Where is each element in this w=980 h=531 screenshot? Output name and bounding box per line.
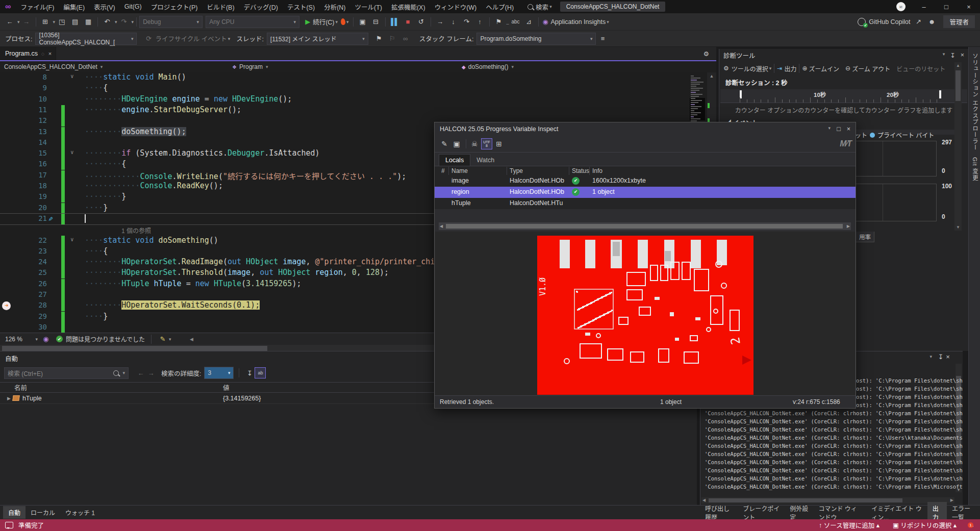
output-line[interactable]: 'ConsoleAppCS_HALCON_DotNet.exe' (CoreCL… — [705, 410, 963, 416]
breadcrumb-project[interactable]: ConsoleAppCS_HALCON_DotNet — [4, 63, 97, 70]
fold-chevron-icon[interactable]: ∨ — [70, 73, 74, 80]
close-button[interactable]: × — [958, 0, 980, 13]
output-line[interactable]: 'ConsoleAppCS_HALCON_DotNet.exe' (CoreCL… — [705, 459, 963, 465]
search-prev-icon[interactable]: ← — [136, 368, 146, 378]
save-icon[interactable]: ▤ — [68, 16, 82, 28]
restart-icon[interactable]: ↺ — [415, 16, 428, 28]
variable-row-image[interactable]: imageHalconDotNet.HOb✔1600x1200x1xbyte — [435, 175, 856, 187]
close-icon[interactable]: × — [944, 351, 951, 362]
hot-reload-button[interactable]: ▾ — [339, 16, 350, 28]
output-line[interactable]: 'ConsoleAppCS_HALCON_DotNet.exe' (CoreCL… — [705, 451, 963, 457]
output-button[interactable]: 出力 — [784, 64, 796, 73]
thread-dropdown[interactable]: [11532] メイン スレッド▾ — [267, 33, 368, 45]
step-over-icon[interactable]: ↓ — [447, 16, 460, 28]
open-folder-icon[interactable]: ◳ — [55, 16, 68, 28]
variable-row-hTuple[interactable]: hTupleHalconDotNet.HTu — [435, 198, 856, 209]
menu-item[interactable]: ビルド(B) — [202, 0, 239, 13]
output-line[interactable]: 'ConsoleAppCS_HALCON_DotNet.exe' (CoreCL… — [705, 443, 963, 449]
editor-options-gear-icon[interactable]: ⚙ — [703, 50, 709, 58]
continue-button[interactable]: ▶ 続行(C) ▾ — [304, 16, 339, 28]
zoom-dropdown[interactable]: 126 %▾ — [2, 335, 41, 344]
col-value[interactable]: 値 — [223, 383, 230, 392]
platform-dropdown[interactable]: Any CPU▾ — [206, 16, 299, 28]
attach-pen-icon[interactable]: ✎ — [439, 138, 450, 149]
code-line[interactable]: 9····{ — [0, 83, 690, 94]
process-dropdown[interactable]: [10356] ConsoleAppCS_HALCON_[▾ — [35, 33, 137, 45]
output-line[interactable]: 'ConsoleAppCS_HALCON_DotNet.exe' (CoreCL… — [705, 484, 963, 490]
halcon-title-bar[interactable]: HALCON 25.05 Progress Variable Inspect ▾… — [435, 122, 856, 136]
autos-search-input[interactable]: 検索 (Ctrl+E) ▾ — [4, 367, 129, 379]
diagnostics-scrollbar[interactable]: ▲ ▼ — [954, 62, 962, 231]
nav-forward-icon[interactable]: → — [20, 16, 33, 28]
column-header[interactable]: Type — [510, 167, 523, 174]
halcon-tab-watch[interactable]: Watch — [470, 155, 500, 166]
menu-item[interactable]: Git(G) — [120, 0, 146, 13]
pause-icon[interactable]: ▌▌ — [388, 16, 401, 28]
output-line[interactable]: 'ConsoleAppCS_HALCON_DotNet.exe' (CoreCL… — [705, 435, 963, 441]
flag-icon[interactable]: ⚑ — [372, 33, 386, 45]
fold-chevron-icon[interactable]: ∨ — [70, 149, 74, 156]
nav-back-icon[interactable]: ← — [3, 16, 16, 28]
output-line[interactable]: 'ConsoleAppCS_HALCON_DotNet.exe' (CoreCL… — [705, 467, 963, 473]
menu-item[interactable]: 分析(N) — [319, 0, 350, 13]
reset-view-button[interactable]: ビューのリセット — [896, 64, 945, 73]
scroll-left-icon[interactable]: ◀ — [440, 224, 443, 229]
feedback-person-icon[interactable]: ☻ — [925, 16, 938, 28]
cursor-icon[interactable]: ⊿ — [522, 16, 536, 28]
breadcrumb-type[interactable]: Program — [239, 63, 263, 70]
smart-inspect-icon[interactable]: ☠ — [469, 138, 480, 149]
pin-icon[interactable]: ↧ — [950, 52, 955, 59]
add-to-source-control-button[interactable]: ↑ ソース管理に追加 ▴ — [819, 520, 880, 530]
zoom-in-button[interactable]: ズームイン — [809, 64, 839, 73]
tab-git-changes[interactable]: Git 変更 — [971, 157, 979, 181]
breakpoint-window-icon[interactable]: ⊟ — [369, 16, 383, 28]
halcon-horizontal-scrollbar[interactable]: ◀ ▶ — [439, 222, 851, 230]
intellicode-icon[interactable]: ◉ — [41, 334, 51, 344]
step-into-icon[interactable]: → — [434, 16, 447, 28]
select-repository-button[interactable]: ▣ リポジトリの選択 ▴ — [893, 520, 957, 530]
tab-ウォッチ 1[interactable]: ウォッチ 1 — [60, 506, 100, 519]
expand-icon[interactable]: ▶ — [7, 396, 11, 401]
col-name[interactable]: 名前 — [14, 383, 27, 392]
code-cleanup-icon[interactable]: ✎ — [158, 334, 168, 344]
column-header[interactable]: # — [441, 167, 445, 174]
undo-icon[interactable]: ↶ — [100, 16, 114, 28]
export-image-icon[interactable]: ▣ — [451, 138, 462, 149]
pin-icon[interactable]: ↧ — [244, 368, 255, 378]
maximize-icon[interactable]: □ — [837, 125, 841, 133]
account-avatar[interactable]: kt — [896, 2, 906, 11]
timeline-ruler[interactable]: 10秒 20秒 — [720, 89, 967, 103]
tab-ローカル[interactable]: ローカル — [26, 506, 60, 519]
tab-solution-explorer[interactable]: ソリューション エクスプローラー — [971, 53, 979, 151]
solution-config-dropdown[interactable]: Debug▾ — [139, 16, 203, 28]
stop-icon[interactable]: ■ — [401, 16, 415, 28]
scroll-up-icon[interactable]: ▲ — [956, 63, 960, 68]
spell-check-icon[interactable]: abc — [509, 16, 522, 28]
menu-item[interactable]: 拡張機能(X) — [387, 0, 430, 13]
tab-close-icon[interactable]: × — [48, 50, 52, 57]
column-header[interactable]: Status — [572, 167, 589, 174]
code-map-icon[interactable]: ⚑ — [492, 16, 506, 28]
scroll-up-icon[interactable]: ▲ — [707, 73, 716, 79]
fold-chevron-icon[interactable]: ∨ — [70, 236, 74, 243]
show-values-icon[interactable]: ab — [255, 367, 266, 378]
zoom-out-button[interactable]: ズーム アウト — [852, 64, 890, 73]
search-next-icon[interactable]: → — [146, 368, 156, 378]
close-icon[interactable]: × — [847, 125, 850, 133]
utf8-toggle[interactable]: UTF8 — [481, 138, 492, 149]
output-line[interactable]: 'ConsoleAppCS_HALCON_DotNet.exe' (CoreCL… — [705, 475, 963, 482]
breadcrumb-member[interactable]: doSomething() — [468, 63, 509, 70]
tab-自動[interactable]: 自動 — [3, 506, 26, 519]
halcon-image-viewport[interactable]: V1.Ø2 — [435, 232, 855, 397]
timeline-end-marker[interactable] — [939, 90, 941, 98]
menu-item[interactable]: 編集(E) — [59, 0, 89, 13]
redo-icon[interactable]: ↷ — [117, 16, 131, 28]
flag-next-icon[interactable]: ⚐ — [386, 33, 399, 45]
menu-item[interactable]: 表示(V) — [89, 0, 120, 13]
menu-item[interactable]: ツール(T) — [350, 0, 386, 13]
health-text[interactable]: 問題は見つかりませんでした — [66, 335, 145, 343]
chevron-down-icon[interactable]: ▾ — [943, 52, 945, 59]
app-insights-button[interactable]: ◉ Application Insights▾ — [541, 16, 611, 28]
github-copilot-button[interactable]: GitHub Copilot — [856, 16, 912, 28]
code-line[interactable]: 11········engine.StartDebugServer(); — [0, 105, 690, 116]
